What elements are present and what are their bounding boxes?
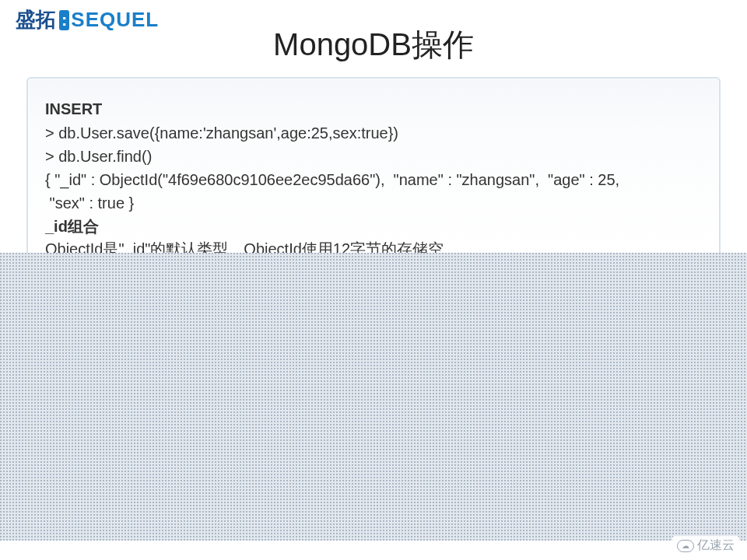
stipple-overlay <box>0 253 747 541</box>
logo-colon: : <box>59 10 69 30</box>
section-heading-insert: INSERT <box>45 100 702 118</box>
code-line-2: > db.User.find() <box>45 145 702 168</box>
code-line-1: > db.User.save({name:'zhangsan',age:25,s… <box>45 121 702 145</box>
brand-logo: 盛拓 : SEQUEL <box>16 6 159 33</box>
watermark-text: 亿速云 <box>697 537 735 554</box>
logo-en-text: SEQUEL <box>71 8 159 32</box>
section-heading-id: _id组合 <box>45 216 702 237</box>
cloud-icon: ☁ <box>677 540 694 552</box>
logo-cn-text: 盛拓 <box>16 6 56 33</box>
code-line-3: { "_id" : ObjectId("4f69e680c9106ee2ec95… <box>45 168 702 191</box>
watermark: ☁ 亿速云 <box>672 536 739 555</box>
code-line-4: "sex" : true } <box>45 191 702 215</box>
content-panel: INSERT > db.User.save({name:'zhangsan',a… <box>26 77 721 257</box>
